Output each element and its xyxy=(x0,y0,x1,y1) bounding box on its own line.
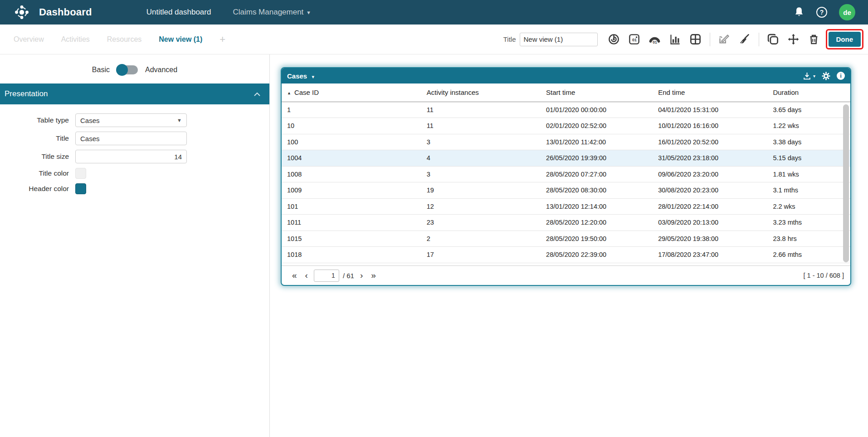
previous-page-icon[interactable]: ‹ xyxy=(301,270,312,280)
dashboard-canvas: Cases ▾ ▾ xyxy=(270,54,868,437)
column-header-activity-instances[interactable]: Activity instances xyxy=(427,83,546,102)
table-row[interactable]: 1011213/01/2020 12:14:0028/01/2020 22:14… xyxy=(282,198,850,215)
gauge-icon[interactable]: 01 xyxy=(647,31,663,48)
table-cell: 1009 xyxy=(282,182,427,199)
row-range-label: [ 1 - 10 / 608 ] xyxy=(804,272,844,279)
tab-overview[interactable]: Overview xyxy=(14,35,44,44)
advanced-label: Advanced xyxy=(145,66,177,74)
notifications-bell-icon[interactable] xyxy=(794,6,805,18)
table-cell: 26/05/2020 19:39:00 xyxy=(546,150,658,167)
number-card-icon[interactable]: 01 xyxy=(626,31,643,48)
user-avatar[interactable]: de xyxy=(839,4,855,20)
info-icon[interactable]: i xyxy=(837,72,845,80)
tab-resources[interactable]: Resources xyxy=(107,35,141,44)
column-header-start-time[interactable]: Start time xyxy=(546,83,658,102)
widget-header-actions: ▾ i xyxy=(803,72,845,80)
log-selector-label: Claims Management xyxy=(233,8,303,17)
table-cell: 31/05/2020 23:18:00 xyxy=(658,150,773,167)
add-view-icon[interactable]: + xyxy=(219,34,225,45)
title-row: Title xyxy=(0,132,269,145)
table-cell: 10/01/2020 16:16:00 xyxy=(658,118,773,134)
dashboard-name[interactable]: Untitled dashboard xyxy=(146,8,211,17)
table-cell: 19 xyxy=(427,182,546,199)
table-body: 11101/01/2020 00:00:0004/01/2020 15:31:0… xyxy=(282,102,850,263)
table-cell: 02/01/2020 02:52:00 xyxy=(546,118,658,134)
table-cell: 28/05/2020 07:27:00 xyxy=(546,166,658,182)
table-cell: 1004 xyxy=(282,150,427,167)
table-row[interactable]: 1008328/05/2020 07:27:0009/06/2020 23:20… xyxy=(282,166,850,182)
table-cell: 2.66 mths xyxy=(773,247,850,263)
widget-title-input[interactable] xyxy=(75,132,187,145)
table-cell: 23 xyxy=(427,215,546,231)
table-cell: 4 xyxy=(427,150,546,167)
table-cell: 11 xyxy=(427,118,546,134)
table-row[interactable]: 100313/01/2020 11:42:0016/01/2020 20:52:… xyxy=(282,134,850,150)
gear-icon[interactable] xyxy=(822,72,830,80)
move-icon[interactable] xyxy=(785,31,802,48)
table-type-select[interactable]: Cases ▼ xyxy=(75,113,187,127)
table-row[interactable]: 10181728/05/2020 22:39:0017/08/2020 23:4… xyxy=(282,247,850,263)
table-cell: 13/01/2020 12:14:00 xyxy=(546,198,658,215)
tab-activities[interactable]: Activities xyxy=(61,35,90,44)
toolbar-right: Title 01 01 xyxy=(503,29,864,49)
trash-icon[interactable] xyxy=(806,31,822,48)
annotate-icon[interactable] xyxy=(716,31,732,48)
basic-advanced-toggle[interactable] xyxy=(117,65,138,74)
cases-table-widget[interactable]: Cases ▾ ▾ xyxy=(281,67,851,286)
view-title-input[interactable] xyxy=(520,33,598,46)
table-cell: 101 xyxy=(282,198,427,215)
first-page-icon[interactable]: « xyxy=(288,270,301,280)
table-row[interactable]: 1004426/05/2020 19:39:0031/05/2020 23:18… xyxy=(282,150,850,167)
total-pages-label: / 61 xyxy=(343,272,354,280)
view-toolbar: Overview Activities Resources New view (… xyxy=(0,25,868,54)
chevron-up-icon xyxy=(254,92,260,96)
page-number-input[interactable] xyxy=(314,270,339,282)
header-color-swatch[interactable] xyxy=(75,183,86,194)
table-icon[interactable] xyxy=(688,31,704,48)
table-cell: 17 xyxy=(427,247,546,263)
column-header-case-id[interactable]: ▲Case ID xyxy=(282,83,427,102)
last-page-icon[interactable]: » xyxy=(367,270,380,280)
table-cell: 28/05/2020 19:50:00 xyxy=(546,231,658,247)
header-color-label: Header color xyxy=(0,185,69,193)
settings-sidebar: Basic Advanced Presentation Table type C… xyxy=(0,54,270,437)
column-header-duration[interactable]: Duration xyxy=(773,83,850,102)
pie-chart-icon[interactable] xyxy=(606,31,622,48)
log-selector[interactable]: Claims Management ▾ xyxy=(233,8,310,17)
tab-new-view[interactable]: New view (1) xyxy=(159,35,202,44)
presentation-section-header[interactable]: Presentation xyxy=(0,83,269,104)
svg-text:01: 01 xyxy=(632,38,637,42)
toolbar-separator xyxy=(710,33,710,46)
table-cell: 16/01/2020 20:52:00 xyxy=(658,134,773,150)
table-header: ▲Case ID Activity instances Start time E… xyxy=(282,83,850,102)
app-title: Dashboard xyxy=(39,6,92,18)
widget-title[interactable]: Cases ▾ xyxy=(287,72,314,80)
table-zone: ▲Case ID Activity instances Start time E… xyxy=(282,83,850,265)
title-color-label: Title color xyxy=(0,169,69,177)
bar-chart-icon[interactable] xyxy=(667,31,683,48)
table-cell: 5.15 days xyxy=(773,150,850,167)
table-row[interactable]: 101102/01/2020 02:52:0010/01/2020 16:16:… xyxy=(282,118,850,134)
title-color-swatch[interactable] xyxy=(75,168,86,179)
done-button[interactable]: Done xyxy=(829,32,861,47)
widget-toolbar-icons: 01 01 xyxy=(606,31,822,48)
download-button[interactable]: ▾ xyxy=(803,72,815,80)
cases-table: ▲Case ID Activity instances Start time E… xyxy=(282,83,850,263)
table-cell: 29/05/2020 19:38:00 xyxy=(658,231,773,247)
mode-toggle-row: Basic Advanced xyxy=(0,65,269,74)
body: Basic Advanced Presentation Table type C… xyxy=(0,54,868,437)
broom-icon[interactable] xyxy=(736,31,753,48)
table-row[interactable]: 11101/01/2020 00:00:0004/01/2020 15:31:0… xyxy=(282,102,850,118)
copy-icon[interactable] xyxy=(765,31,781,48)
table-row[interactable]: 10091928/05/2020 08:30:0030/08/2020 20:2… xyxy=(282,182,850,199)
download-icon xyxy=(803,72,811,80)
next-page-icon[interactable]: › xyxy=(356,270,367,280)
column-header-end-time[interactable]: End time xyxy=(658,83,773,102)
table-row[interactable]: 1015228/05/2020 19:50:0029/05/2020 19:38… xyxy=(282,231,850,247)
vertical-scrollbar-thumb[interactable] xyxy=(843,104,849,262)
page: Dashboard Untitled dashboard Claims Mana… xyxy=(0,0,868,437)
title-size-input[interactable] xyxy=(75,150,187,163)
table-cell: 3.23 mths xyxy=(773,215,850,231)
table-row[interactable]: 10112328/05/2020 12:20:0003/09/2020 20:1… xyxy=(282,215,850,231)
help-icon[interactable]: ? xyxy=(816,7,827,18)
